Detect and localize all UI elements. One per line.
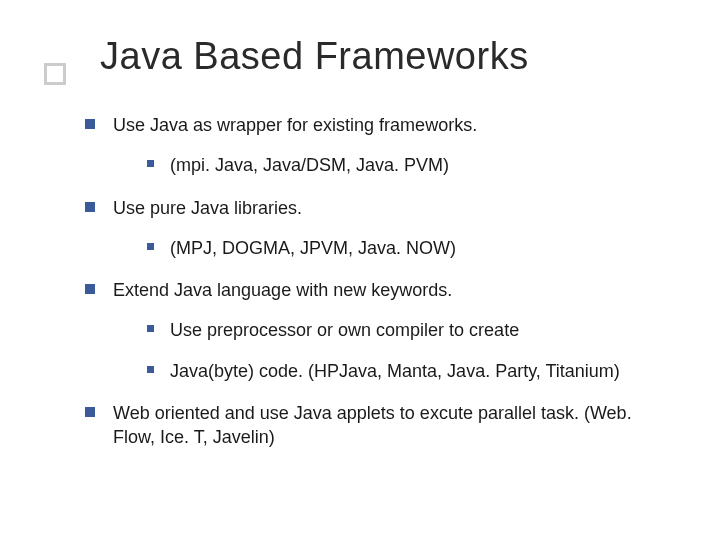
list-subitem: (MPJ, DOGMA, JPVM, Java. NOW) xyxy=(147,236,670,260)
content-area: Use Java as wrapper for existing framewo… xyxy=(85,113,670,450)
square-bullet-icon xyxy=(85,202,95,212)
square-bullet-icon xyxy=(147,366,154,373)
list-item: Web oriented and use Java applets to exc… xyxy=(85,401,670,450)
list-subitem: Use preprocessor or own compiler to crea… xyxy=(147,318,670,342)
list-subitem: (mpi. Java, Java/DSM, Java. PVM) xyxy=(147,153,670,177)
square-bullet-icon xyxy=(147,325,154,332)
square-bullet-icon xyxy=(85,119,95,129)
list-item-text: Use Java as wrapper for existing framewo… xyxy=(113,113,477,137)
slide-title: Java Based Frameworks xyxy=(100,35,670,78)
title-wrap: Java Based Frameworks xyxy=(50,35,670,78)
list-item: Extend Java language with new keywords. xyxy=(85,278,670,302)
title-accent-square xyxy=(44,63,66,85)
list-subitem: Java(byte) code. (HPJava, Manta, Java. P… xyxy=(147,359,670,383)
list-subitem-text: (MPJ, DOGMA, JPVM, Java. NOW) xyxy=(170,236,456,260)
list-subitem-text: Use preprocessor or own compiler to crea… xyxy=(170,318,519,342)
square-bullet-icon xyxy=(85,407,95,417)
list-item-text: Web oriented and use Java applets to exc… xyxy=(113,401,670,450)
list-item: Use Java as wrapper for existing framewo… xyxy=(85,113,670,137)
list-item-text: Use pure Java libraries. xyxy=(113,196,302,220)
square-bullet-icon xyxy=(147,243,154,250)
slide-container: Java Based Frameworks Use Java as wrappe… xyxy=(0,0,720,486)
list-item-text: Extend Java language with new keywords. xyxy=(113,278,452,302)
list-item: Use pure Java libraries. xyxy=(85,196,670,220)
list-subitem-text: (mpi. Java, Java/DSM, Java. PVM) xyxy=(170,153,449,177)
square-bullet-icon xyxy=(85,284,95,294)
list-subitem-text: Java(byte) code. (HPJava, Manta, Java. P… xyxy=(170,359,620,383)
square-bullet-icon xyxy=(147,160,154,167)
